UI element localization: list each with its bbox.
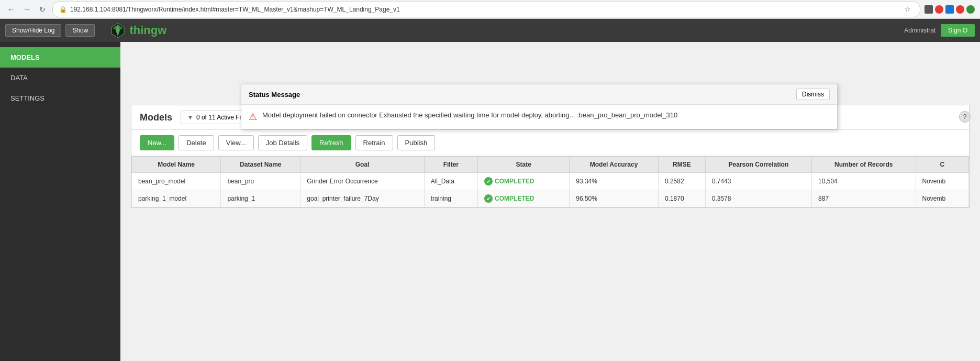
back-button[interactable]: ← [5,4,17,15]
extension-icon-1 [925,5,933,14]
sidebar-item-settings[interactable]: SETTINGS [0,88,120,108]
error-icon: ⚠ [249,111,257,123]
cell-pearson: 0.3578 [705,190,811,207]
completed-badge: ✓COMPLETED [484,177,563,185]
cell-model-name: bean_pro_model [132,173,221,190]
cell-model-accuracy: 93.34% [570,173,659,190]
col-extra: C [916,157,969,173]
cell-model-name: parking_1_model [132,190,221,207]
new-button[interactable]: New... [140,135,174,150]
table-row[interactable]: bean_pro_modelbean_proGrinder Error Occu… [132,173,969,190]
url-bar[interactable]: 🔒 192.168.1.104:8081/Thingworx/Runtime/i… [52,2,920,17]
col-state: State [478,157,570,173]
cell-pearson: 0.7443 [705,173,811,190]
cell-state: ✓COMPLETED [478,173,570,190]
sidebar-item-data[interactable]: DATA [0,68,120,88]
forward-button[interactable]: → [21,4,32,15]
view-button[interactable]: View... [218,135,254,150]
extension-icon-2 [935,5,943,14]
col-filter: Filter [424,157,477,173]
cell-state: ✓COMPLETED [478,190,570,207]
col-goal: Goal [300,157,424,173]
job-details-button[interactable]: Job Details [258,135,307,150]
cell-model-accuracy: 96.50% [570,190,659,207]
show-hide-log-button[interactable]: Show/Hide Log [5,24,61,37]
dismiss-button[interactable]: Dismiss [796,89,830,100]
models-toolbar: New... Delete View... Job Details Refres… [131,130,969,156]
col-model-accuracy: Model Accuracy [570,157,659,173]
cell-rmse: 0.1870 [658,190,705,207]
star-button[interactable]: ☆ [902,4,914,15]
refresh-browser-button[interactable]: ↻ [37,4,48,15]
retrain-button[interactable]: Retrain [355,135,393,150]
logo-icon [109,22,126,39]
cell-dataset-name: parking_1 [221,190,300,207]
col-records: Number of Records [812,157,916,173]
cell-extra: Novemb [916,190,969,207]
models-title: Models [140,112,172,123]
status-popup-title: Status Message [249,91,300,99]
top-toolbar: Show/Hide Log Show thingw Administrat Si… [0,19,980,42]
models-table: Model Name Dataset Name Goal Filter Stat… [131,156,969,207]
col-dataset-name: Dataset Name [221,157,300,173]
logo-text: thingw [129,24,166,37]
url-text: 192.168.1.104:8081/Thingworx/Runtime/ind… [70,6,899,13]
top-right-area: Administrat Sign O [904,24,975,37]
sidebar: MODELS DATA SETTINGS [0,42,120,361]
extension-icon-5 [966,5,975,14]
cell-goal: Grinder Error Occurrence [300,173,424,190]
status-popup-header: Status Message Dismiss [241,84,837,105]
cell-filter: training [424,190,477,207]
sign-out-button[interactable]: Sign O [941,24,975,37]
main-layout: MODELS DATA SETTINGS Status Message Dism… [0,42,980,361]
cell-records: 10,504 [812,173,916,190]
check-circle-icon: ✓ [484,177,493,185]
status-message-text: Model deployment failed on connector Exh… [262,111,677,119]
refresh-button[interactable]: Refresh [311,135,351,150]
cell-filter: All_Data [424,173,477,190]
state-text: COMPLETED [495,195,534,202]
col-rmse: RMSE [658,157,705,173]
col-model-name: Model Name [132,157,221,173]
browser-bar: ← → ↻ 🔒 192.168.1.104:8081/Thingworx/Run… [0,0,980,19]
cell-dataset-name: bean_pro [221,173,300,190]
show-button[interactable]: Show [65,24,95,37]
logo: thingw [109,22,166,39]
sidebar-item-models[interactable]: MODELS [0,47,120,68]
state-text: COMPLETED [495,178,534,185]
extension-icon-3 [945,5,954,14]
publish-button[interactable]: Publish [397,135,436,150]
cell-rmse: 0.2582 [658,173,705,190]
extension-icon-4 [956,5,964,14]
status-popup: Status Message Dismiss ⚠ Model deploymen… [241,84,838,129]
content-area: Status Message Dismiss ⚠ Model deploymen… [120,42,980,361]
cell-extra: Novemb [916,173,969,190]
delete-button[interactable]: Delete [179,135,214,150]
table-row[interactable]: parking_1_modelparking_1goal_printer_fai… [132,190,969,207]
table-container: Model Name Dataset Name Goal Filter Stat… [131,156,969,207]
completed-badge: ✓COMPLETED [484,194,563,203]
admin-label: Administrat [904,27,936,34]
check-circle-icon: ✓ [484,194,493,203]
filter-icon: ▼ [187,114,193,121]
cell-records: 887 [812,190,916,207]
col-pearson: Pearson Correlation [705,157,811,173]
status-popup-body: ⚠ Model deployment failed on connector E… [241,105,837,129]
help-icon[interactable]: ? [959,111,971,123]
cell-goal: goal_printer_failure_7Day [300,190,424,207]
